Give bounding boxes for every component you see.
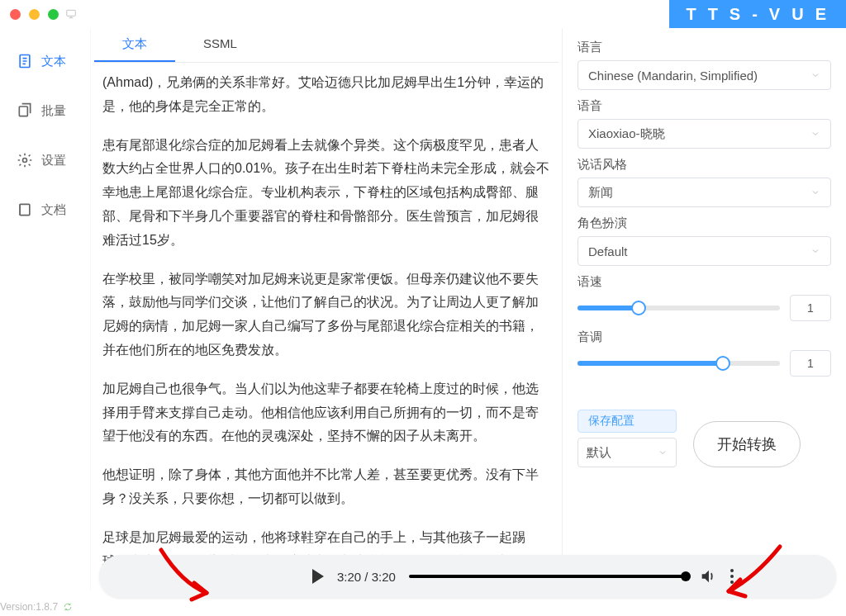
voice-value: Xiaoxiao-晓晓 bbox=[588, 126, 665, 142]
paragraph: 患有尾部退化综合症的加尼姆看上去就像个异类。这个病极度罕见，患者人数大约占全世界… bbox=[102, 134, 550, 253]
start-convert-button[interactable]: 开始转换 bbox=[693, 421, 801, 467]
chevron-down-icon bbox=[658, 448, 668, 457]
sidebar-item-docs[interactable]: 文档 bbox=[0, 185, 90, 235]
svg-rect-4 bbox=[20, 204, 30, 215]
sidebar: 文本 批量 设置 文档 bbox=[0, 28, 91, 590]
monitor-icon bbox=[65, 8, 77, 20]
document-icon bbox=[17, 53, 33, 69]
tab-ssml[interactable]: SSML bbox=[175, 28, 265, 62]
rate-value[interactable]: 1 bbox=[790, 295, 831, 321]
close-window-button[interactable] bbox=[10, 9, 21, 20]
sidebar-item-label: 文本 bbox=[41, 54, 66, 69]
refresh-icon[interactable] bbox=[63, 602, 73, 612]
save-config-button[interactable]: 保存配置 bbox=[577, 410, 677, 433]
gear-icon bbox=[17, 152, 33, 168]
sidebar-item-text[interactable]: 文本 bbox=[0, 36, 90, 86]
sidebar-item-label: 设置 bbox=[41, 153, 66, 168]
version-label: Version:1.8.7 bbox=[0, 601, 73, 613]
rate-slider[interactable] bbox=[577, 306, 780, 310]
titlebar: TTS-VUE bbox=[0, 0, 846, 28]
role-value: Default bbox=[588, 244, 628, 258]
minimize-window-button[interactable] bbox=[29, 9, 40, 20]
language-select[interactable]: Chinese (Mandarin, Simplified) bbox=[577, 60, 831, 90]
language-value: Chinese (Mandarin, Simplified) bbox=[588, 69, 758, 83]
text-content[interactable]: (Ahmad)，兄弟俩的关系非常好。艾哈迈德只比加尼姆早出生1分钟，幸运的是，他… bbox=[94, 63, 558, 566]
paragraph: 在学校里，被同学嘲笑对加尼姆来说更是家常便饭。但母亲仍建议他不要失落，鼓励他与同… bbox=[102, 268, 550, 362]
preset-value: 默认 bbox=[587, 445, 611, 461]
sidebar-item-batch[interactable]: 批量 bbox=[0, 86, 90, 135]
language-label: 语言 bbox=[577, 40, 831, 55]
role-label: 角色扮演 bbox=[577, 216, 831, 231]
docs-icon bbox=[17, 201, 33, 218]
sidebar-item-label: 文档 bbox=[41, 202, 66, 218]
chevron-down-icon bbox=[810, 129, 820, 139]
rate-label: 语速 bbox=[577, 274, 831, 290]
play-button[interactable] bbox=[312, 569, 324, 584]
paragraph: 他想证明，除了身体，其他方面他并不比常人差，甚至要更优秀。没有下半身？没关系，只… bbox=[102, 463, 550, 511]
paragraph: 加尼姆自己也很争气。当人们以为他这辈子都要在轮椅上度过的时候，他选择用手臂来支撑… bbox=[102, 377, 550, 448]
annotation-arrow bbox=[714, 540, 788, 606]
progress-bar[interactable] bbox=[409, 575, 686, 578]
batch-icon bbox=[17, 102, 33, 119]
style-value: 新闻 bbox=[588, 185, 613, 201]
svg-rect-0 bbox=[67, 10, 76, 16]
chevron-down-icon bbox=[810, 246, 820, 256]
maximize-window-button[interactable] bbox=[48, 9, 59, 20]
preset-select[interactable]: 默认 bbox=[577, 438, 677, 467]
style-select[interactable]: 新闻 bbox=[577, 178, 831, 207]
pitch-slider[interactable] bbox=[577, 361, 780, 366]
pitch-value[interactable]: 1 bbox=[790, 350, 831, 377]
voice-select[interactable]: Xiaoxiao-晓晓 bbox=[577, 119, 831, 149]
player-time: 3:20 / 3:20 bbox=[337, 570, 396, 584]
chevron-down-icon bbox=[810, 187, 820, 197]
role-select[interactable]: Default bbox=[577, 236, 831, 266]
svg-point-3 bbox=[23, 159, 27, 163]
pitch-label: 音调 bbox=[577, 329, 831, 345]
voice-label: 语音 bbox=[577, 98, 831, 114]
chevron-down-icon bbox=[810, 70, 820, 80]
paragraph: (Ahmad)，兄弟俩的关系非常好。艾哈迈德只比加尼姆早出生1分钟，幸运的是，他… bbox=[102, 71, 550, 119]
config-panel: 语言 Chinese (Mandarin, Simplified) 语音 Xia… bbox=[562, 28, 846, 590]
app-logo: TTS-VUE bbox=[669, 0, 846, 28]
window-controls bbox=[10, 9, 59, 20]
tab-text[interactable]: 文本 bbox=[94, 28, 175, 62]
sidebar-item-settings[interactable]: 设置 bbox=[0, 135, 90, 185]
main-panel: 文本 SSML (Ahmad)，兄弟俩的关系非常好。艾哈迈德只比加尼姆早出生1分… bbox=[91, 28, 562, 590]
annotation-arrow bbox=[149, 542, 231, 608]
tabs: 文本 SSML bbox=[94, 28, 558, 63]
style-label: 说话风格 bbox=[577, 157, 831, 173]
sidebar-item-label: 批量 bbox=[41, 103, 66, 119]
svg-rect-2 bbox=[19, 107, 27, 116]
